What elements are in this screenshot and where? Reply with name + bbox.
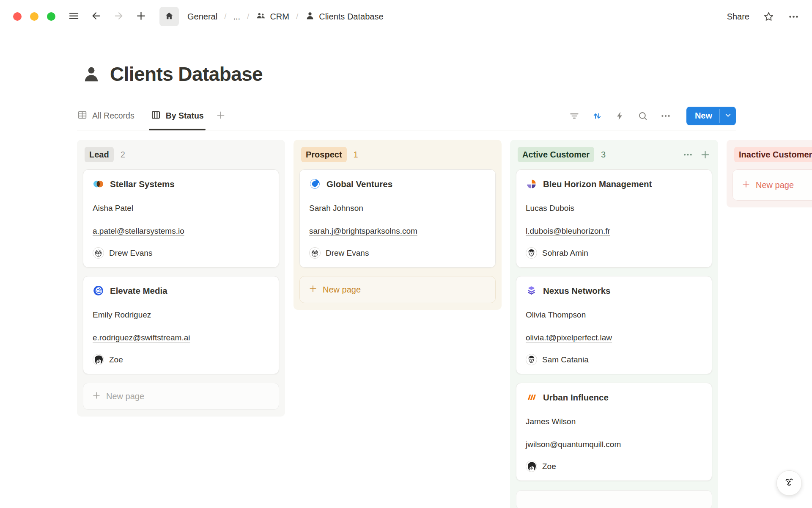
column-header: Active Customer 3 <box>516 146 712 163</box>
page-header: Clients Database <box>81 63 263 86</box>
card-email-link[interactable]: sarah.j@brightsparksolns.com <box>309 226 417 236</box>
card-company-name: Stellar Systems <box>110 179 175 190</box>
new-page-button-lead[interactable]: New page <box>83 383 279 410</box>
ellipsis-icon <box>660 110 671 121</box>
card-owner: Sohrab Amin <box>526 247 702 259</box>
breadcrumb-item-general[interactable]: General <box>186 11 219 22</box>
home-icon <box>164 11 175 23</box>
card-owner-name: Drew Evans <box>109 248 152 258</box>
ellipsis-icon <box>683 149 693 160</box>
card-contact-name: Sarah Johnson <box>309 203 486 213</box>
status-pill-lead[interactable]: Lead <box>85 147 114 162</box>
card-global-ventures[interactable]: Global Ventures Sarah Johnson sarah.j@br… <box>299 169 496 268</box>
card-company-name: Nexus Networks <box>543 285 611 296</box>
page-title: Clients Database <box>110 63 263 86</box>
venn-circles-logo-icon <box>93 178 104 190</box>
minimize-window-button[interactable] <box>30 12 38 21</box>
status-pill-active-customer[interactable]: Active Customer <box>518 147 594 162</box>
window-controls <box>13 12 55 21</box>
new-tab-button[interactable] <box>134 10 147 23</box>
purple-stack-logo-icon <box>526 285 537 296</box>
new-page-button-prospect[interactable]: New page <box>299 276 496 303</box>
sidebar-menu-button[interactable] <box>67 10 80 23</box>
titlebar: General / ... / CRM / Clients Database S… <box>0 0 812 33</box>
card-email-link[interactable]: a.patel@stellarsystems.io <box>93 226 184 236</box>
card-owner-name: Zoe <box>542 462 556 471</box>
status-pill-inactive-customer[interactable]: Inactive Customer <box>734 147 812 162</box>
arrow-right-icon <box>113 10 124 23</box>
card-company-name: Elevate Media <box>110 285 167 296</box>
card-stellar-systems[interactable]: Stellar Systems Aisha Patel a.patel@stel… <box>83 169 279 268</box>
filter-button[interactable] <box>569 110 580 121</box>
close-window-button[interactable] <box>13 12 22 21</box>
plus-icon <box>135 10 147 23</box>
card-owner: Zoe <box>93 354 269 365</box>
tab-all-records[interactable]: All Records <box>77 102 134 130</box>
card-email-link[interactable]: l.dubois@bleuhorizon.fr <box>526 226 610 236</box>
breadcrumb-item-crm[interactable]: CRM <box>254 10 291 24</box>
breadcrumb-separator: / <box>224 12 226 21</box>
partial-card[interactable] <box>516 490 712 508</box>
breadcrumb-item-clients-database[interactable]: Clients Database <box>303 10 385 24</box>
card-company-name: Global Ventures <box>326 179 392 190</box>
table-view-icon <box>77 110 88 122</box>
card-owner: Sam Catania <box>526 354 702 365</box>
column-header: Lead 2 <box>83 146 279 163</box>
search-icon <box>637 110 648 121</box>
page-person-icon[interactable] <box>81 64 102 84</box>
plus-icon <box>700 149 710 160</box>
notion-ai-face-button[interactable] <box>776 470 802 496</box>
tab-by-status[interactable]: By Status <box>151 102 204 130</box>
card-email-link[interactable]: olivia.t@pixelperfect.law <box>526 333 612 343</box>
card-company-name: Bleu Horizon Management <box>543 179 652 190</box>
favorite-button[interactable] <box>763 11 774 22</box>
orange-stripes-logo-icon <box>526 392 537 403</box>
column-add-card-button[interactable] <box>700 149 710 160</box>
search-button[interactable] <box>637 110 648 121</box>
new-record-dropdown-button[interactable] <box>720 107 736 125</box>
card-bleu-horizon-management[interactable]: Bleu Horizon Management Lucas Dubois l.d… <box>516 169 712 268</box>
forward-button[interactable] <box>112 10 125 23</box>
more-options-button[interactable] <box>788 11 799 22</box>
sort-arrows-icon <box>592 110 603 121</box>
plus-icon <box>741 179 751 191</box>
automations-button[interactable] <box>614 110 625 121</box>
view-options-button[interactable] <box>660 110 671 121</box>
add-view-button[interactable] <box>216 110 226 121</box>
board-view-icon <box>151 110 161 122</box>
person-icon <box>305 11 315 23</box>
lightning-icon <box>614 110 625 121</box>
orange-purple-petals-logo-icon <box>526 178 537 190</box>
board-column-active-customer: Active Customer 3 Bleu Horizon Managemen… <box>510 140 718 508</box>
card-owner: Zoe <box>526 461 702 472</box>
column-header: Prospect 1 <box>299 146 496 163</box>
card-urban-influence[interactable]: Urban Influence James Wilson jwilson@qua… <box>516 383 712 481</box>
card-owner: Drew Evans <box>309 247 486 259</box>
breadcrumb-ellipsis[interactable]: ... <box>231 11 242 22</box>
card-contact-name: Olivia Thompson <box>526 310 702 320</box>
share-button[interactable]: Share <box>727 12 749 22</box>
blue-swirl-logo-icon <box>309 178 321 190</box>
home-tab-button[interactable] <box>159 7 179 26</box>
breadcrumb-label: CRM <box>270 12 289 22</box>
status-pill-prospect[interactable]: Prospect <box>301 147 347 162</box>
new-page-button-inactive[interactable]: New page <box>732 169 812 201</box>
sort-button[interactable] <box>592 110 603 121</box>
card-email-link[interactable]: e.rodriguez@swiftstream.ai <box>93 333 190 343</box>
new-record-split-button: New <box>686 107 736 125</box>
breadcrumb: General / ... / CRM / Clients Database <box>186 10 385 24</box>
blue-spiral-logo-icon <box>93 285 104 296</box>
card-elevate-media[interactable]: Elevate Media Emily Rodriguez e.rodrigue… <box>83 276 279 374</box>
card-owner-name: Sam Catania <box>542 355 589 364</box>
card-nexus-networks[interactable]: Nexus Networks Olivia Thompson olivia.t@… <box>516 276 712 374</box>
avatar-drew-evans <box>93 247 104 259</box>
new-page-label: New page <box>106 392 144 401</box>
column-options-button[interactable] <box>683 149 693 160</box>
back-button[interactable] <box>90 10 102 23</box>
new-record-button[interactable]: New <box>686 107 719 125</box>
card-email-link[interactable]: jwilson@quantumquill.com <box>526 439 621 450</box>
zoom-window-button[interactable] <box>47 12 55 21</box>
card-owner-name: Zoe <box>109 355 123 364</box>
card-contact-name: Emily Rodriguez <box>93 310 269 320</box>
board-column-prospect: Prospect 1 Global Ventures Sarah Johnson… <box>294 140 502 310</box>
